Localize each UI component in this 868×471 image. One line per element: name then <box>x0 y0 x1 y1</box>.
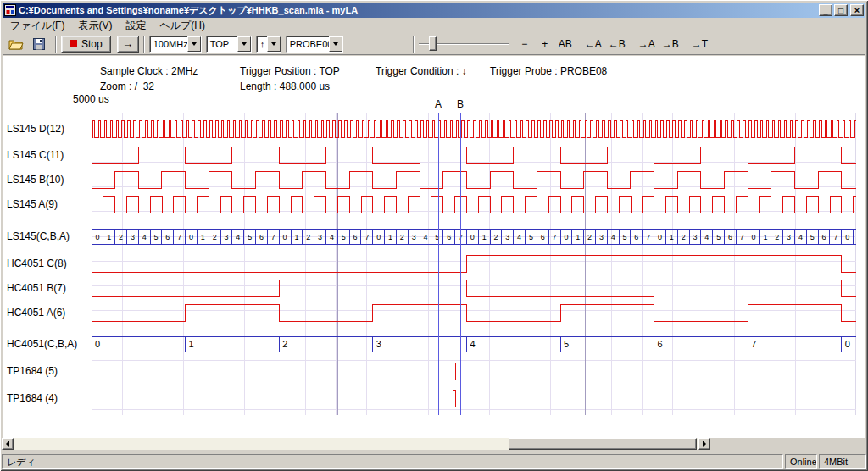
zoom-out-button[interactable]: − <box>515 35 535 53</box>
svg-text:3: 3 <box>693 233 697 241</box>
svg-text:4: 4 <box>330 233 334 241</box>
svg-text:5: 5 <box>564 339 569 349</box>
svg-text:7: 7 <box>833 233 837 241</box>
triangle-right-icon <box>703 441 709 447</box>
marker-b-label[interactable]: B <box>457 98 464 110</box>
svg-text:4: 4 <box>424 233 428 241</box>
svg-text:0: 0 <box>564 233 568 241</box>
app-icon[interactable] <box>4 4 16 16</box>
menu-item-settings[interactable]: 設定 <box>119 18 153 34</box>
svg-text:3: 3 <box>224 233 228 241</box>
svg-text:5: 5 <box>623 233 627 241</box>
svg-text:1: 1 <box>670 233 674 241</box>
svg-text:1: 1 <box>388 233 392 241</box>
ab-marker-button[interactable]: AB <box>555 35 576 53</box>
status-memory: 4MBit <box>819 454 866 469</box>
signal-label: LS145 D(12) <box>7 123 64 135</box>
chevron-down-icon[interactable] <box>237 36 251 52</box>
sample-clock-text: Sample Clock : 2MHz <box>100 65 198 77</box>
svg-text:7: 7 <box>646 233 650 241</box>
scroll-right-button[interactable] <box>698 438 710 450</box>
chevron-down-icon[interactable] <box>329 36 342 52</box>
zoom-in-button[interactable]: + <box>535 35 555 53</box>
svg-text:7: 7 <box>271 233 275 241</box>
scroll-left-button[interactable] <box>2 438 14 450</box>
svg-text:5: 5 <box>529 233 533 241</box>
svg-text:1: 1 <box>294 233 298 241</box>
svg-text:4: 4 <box>142 233 147 241</box>
menu-item-help[interactable]: ヘルプ(H) <box>153 18 212 34</box>
waveform-svg: 0123456701234567012345670123456701234567… <box>92 113 856 415</box>
trigger-position-select[interactable]: TOP <box>206 36 252 53</box>
open-button[interactable] <box>5 35 27 53</box>
svg-text:3: 3 <box>599 233 604 241</box>
trigger-probe-value: PROBE00 <box>287 36 329 52</box>
horizontal-scrollbar[interactable] <box>2 438 710 450</box>
svg-text:4: 4 <box>704 233 709 241</box>
chevron-down-icon[interactable] <box>267 36 281 52</box>
svg-text:2: 2 <box>587 233 592 241</box>
svg-text:5: 5 <box>154 233 159 241</box>
marker-a-label[interactable]: A <box>435 98 442 110</box>
svg-text:3: 3 <box>131 233 135 241</box>
svg-text:3: 3 <box>787 233 791 241</box>
trigger-condition-text: Trigger Condition : ↓ <box>376 65 467 77</box>
trigger-probe-select[interactable]: PROBE00 <box>286 36 343 53</box>
save-floppy-icon <box>33 38 45 50</box>
goto-a-left-button[interactable]: ←A <box>581 35 605 53</box>
signal-label: LS145 A(9) <box>7 198 58 210</box>
svg-text:3: 3 <box>412 233 416 241</box>
goto-b-right-button[interactable]: →B <box>659 35 682 53</box>
run-button[interactable]: → <box>117 36 139 53</box>
close-icon: × <box>854 7 860 14</box>
svg-text:2: 2 <box>119 233 123 241</box>
svg-text:0: 0 <box>845 233 849 241</box>
svg-text:6: 6 <box>165 233 170 241</box>
menu-item-view[interactable]: 表示(V) <box>71 18 119 34</box>
svg-text:0: 0 <box>752 233 756 241</box>
stop-button[interactable]: Stop <box>61 36 111 53</box>
scrollbar-thumb[interactable] <box>509 438 697 450</box>
signal-label: LS145(C,B,A) <box>7 230 70 242</box>
svg-text:4: 4 <box>236 233 240 241</box>
maximize-icon: □ <box>838 7 843 14</box>
sample-rate-select[interactable]: 100MHz <box>149 36 202 53</box>
maximize-button[interactable]: □ <box>834 4 848 16</box>
minimize-button[interactable]: _ <box>819 4 832 16</box>
svg-text:7: 7 <box>553 233 557 241</box>
signal-labels: LS145 D(12)LS145 C(11)LS145 B(10)LS145 A… <box>0 113 92 415</box>
svg-text:0: 0 <box>189 233 193 241</box>
svg-text:4: 4 <box>517 233 521 241</box>
svg-text:0: 0 <box>95 233 99 241</box>
svg-text:2: 2 <box>213 233 217 241</box>
svg-text:1: 1 <box>482 233 487 241</box>
svg-text:1: 1 <box>189 339 194 349</box>
chevron-down-icon[interactable] <box>187 36 201 52</box>
svg-text:2: 2 <box>493 233 498 241</box>
waveform-plot[interactable]: 0123456701234567012345670123456701234567… <box>92 113 856 415</box>
svg-text:3: 3 <box>505 233 509 241</box>
zoom-slider-thumb[interactable] <box>429 36 437 51</box>
zoom-text: Zoom : / 32 <box>100 80 154 92</box>
toolbar-separator <box>143 36 145 53</box>
close-button[interactable]: × <box>850 4 864 16</box>
trigger-edge-select[interactable]: ↑ <box>256 36 281 53</box>
goto-trigger-button[interactable]: →T <box>688 35 711 53</box>
title-bar: C:¥Documents and Settings¥noname¥デスクトップ¥… <box>3 3 865 18</box>
svg-text:6: 6 <box>822 233 826 241</box>
svg-text:6: 6 <box>728 233 732 241</box>
menu-item-file[interactable]: ファイル(F) <box>3 18 71 34</box>
trigger-position-value: TOP <box>207 36 237 52</box>
marker-labels: AB <box>92 98 856 112</box>
goto-a-right-button[interactable]: →A <box>635 35 659 53</box>
stop-label: Stop <box>81 38 103 50</box>
svg-text:0: 0 <box>470 233 475 241</box>
svg-text:6: 6 <box>658 339 663 349</box>
svg-text:5: 5 <box>248 233 252 241</box>
save-button[interactable] <box>29 35 49 53</box>
svg-text:6: 6 <box>259 233 264 241</box>
goto-b-left-button[interactable]: ←B <box>605 35 629 53</box>
scrollbar-filler <box>710 438 866 450</box>
zoom-slider[interactable] <box>419 35 509 53</box>
toolbar-separator <box>55 36 57 53</box>
